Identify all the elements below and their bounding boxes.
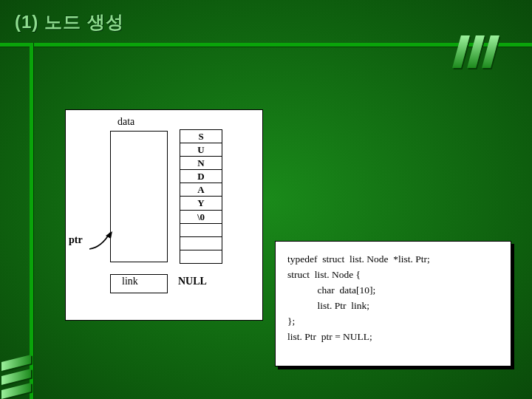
field-label-link: link — [122, 276, 138, 287]
slide-title: (1) 노드 생성 — [15, 10, 124, 34]
array-cell — [180, 224, 222, 237]
code-line: list. Ptr ptr = NULL; — [287, 330, 499, 345]
code-line: struct list. Node { — [287, 267, 499, 283]
array-cell: U — [180, 143, 222, 157]
array-cell: N — [180, 157, 222, 170]
code-line: char data[10]; — [287, 283, 499, 299]
node-diagram: data S U N D A Y \0 link NULL ptr — [65, 109, 263, 321]
data-array-table: S U N D A Y \0 — [180, 129, 222, 264]
slide-root: (1) 노드 생성 data S U N D A Y \0 link NULL … — [0, 0, 532, 399]
code-line: list. Ptr link; — [287, 299, 499, 314]
array-cell — [180, 250, 222, 263]
node-outer-box — [110, 131, 168, 262]
title-rule-vertical — [30, 43, 34, 399]
decoration-stripes-bottom-left — [1, 355, 31, 399]
code-listing: typedef struct list. Node *list. Ptr; st… — [275, 241, 511, 366]
array-cell — [180, 237, 222, 250]
code-line: typedef struct list. Node *list. Ptr; — [287, 252, 499, 267]
array-cell: Y — [180, 197, 222, 210]
array-cell: D — [180, 170, 222, 183]
array-cell: \0 — [180, 211, 222, 224]
array-cell: A — [180, 183, 222, 197]
title-rule-horizontal — [0, 43, 532, 47]
array-cell: S — [180, 130, 222, 143]
decoration-stripes-top-right — [452, 35, 499, 68]
field-label-data: data — [117, 116, 134, 128]
link-field-box — [110, 274, 168, 293]
link-value-null: NULL — [178, 276, 207, 287]
pointer-label-ptr: ptr — [69, 234, 83, 246]
code-line: }; — [287, 314, 499, 330]
